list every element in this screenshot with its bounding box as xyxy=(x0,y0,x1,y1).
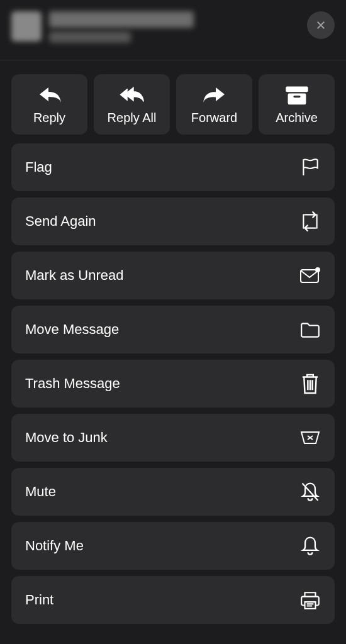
annotation-arrow xyxy=(0,624,346,644)
menu-item-notify-me[interactable]: Notify Me xyxy=(11,522,335,570)
reply-all-button[interactable]: Reply All xyxy=(94,74,170,135)
menu-item-send-again[interactable]: Send Again xyxy=(11,197,335,245)
forward-label: Forward xyxy=(191,111,237,125)
archive-icon xyxy=(284,84,310,106)
svg-rect-3 xyxy=(301,270,318,282)
reply-all-icon xyxy=(120,84,145,106)
close-icon xyxy=(315,19,326,31)
mute-icon xyxy=(299,481,321,502)
junk-icon xyxy=(299,427,321,448)
trash-message-label: Trash Message xyxy=(25,375,120,392)
svg-rect-1 xyxy=(287,93,306,104)
menu-item-mark-unread[interactable]: Mark as Unread xyxy=(11,252,335,299)
forward-button[interactable]: Forward xyxy=(176,74,252,135)
notify-me-label: Notify Me xyxy=(25,538,84,554)
move-message-label: Move Message xyxy=(25,321,119,338)
sender-avatar xyxy=(11,11,42,42)
forward-icon xyxy=(202,84,227,106)
notify-icon xyxy=(299,535,321,557)
reply-label: Reply xyxy=(33,111,65,125)
reply-all-label: Reply All xyxy=(108,111,157,125)
svg-point-4 xyxy=(315,267,320,272)
close-button[interactable] xyxy=(307,11,335,39)
reply-button[interactable]: Reply xyxy=(11,74,87,135)
trash-icon xyxy=(299,373,321,394)
svg-rect-0 xyxy=(286,86,308,92)
flag-label: Flag xyxy=(25,159,52,175)
sender-subline-blurred xyxy=(49,31,131,43)
send-again-label: Send Again xyxy=(25,213,96,230)
reply-icon xyxy=(37,84,62,106)
archive-button[interactable]: Archive xyxy=(259,74,335,135)
flag-icon xyxy=(299,157,321,178)
menu-item-move-to-junk[interactable]: Move to Junk xyxy=(11,414,335,462)
mute-label: Mute xyxy=(25,484,56,500)
mark-unread-icon xyxy=(299,265,321,286)
print-label: Print xyxy=(25,592,53,608)
svg-rect-2 xyxy=(293,96,300,97)
mark-unread-label: Mark as Unread xyxy=(25,267,124,284)
menu-item-print[interactable]: Print xyxy=(11,576,335,624)
menu-item-flag[interactable]: Flag xyxy=(11,143,335,191)
menu-item-mute[interactable]: Mute xyxy=(11,468,335,516)
menu-item-trash-message[interactable]: Trash Message xyxy=(11,360,335,408)
sender-name-blurred xyxy=(49,11,194,28)
archive-label: Archive xyxy=(276,111,318,125)
print-icon xyxy=(299,589,321,611)
folder-icon xyxy=(299,319,321,340)
send-again-icon xyxy=(299,211,321,232)
menu-item-move-message[interactable]: Move Message xyxy=(11,306,335,353)
move-to-junk-label: Move to Junk xyxy=(25,430,108,446)
